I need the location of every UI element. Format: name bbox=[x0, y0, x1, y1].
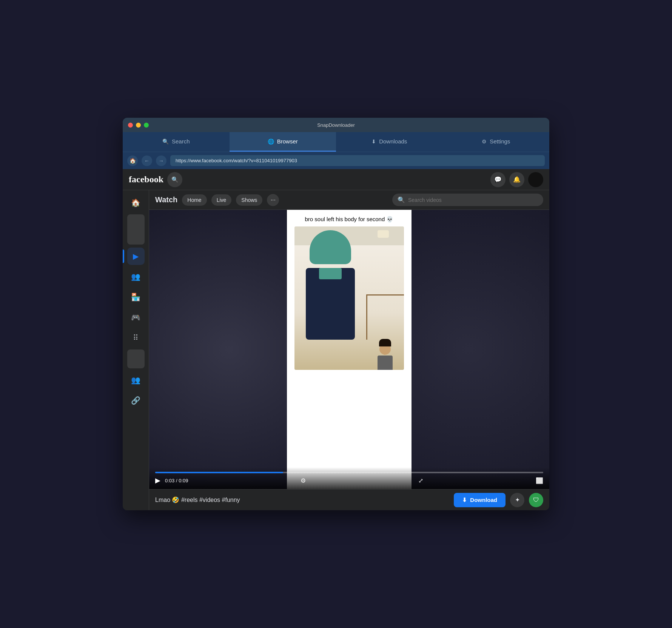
video-thumbnail bbox=[294, 226, 404, 370]
maximize-button[interactable] bbox=[144, 123, 149, 128]
sidebar-marketplace-icon[interactable]: 🏪 bbox=[127, 288, 145, 306]
child-body bbox=[378, 356, 393, 370]
minimize-button[interactable] bbox=[136, 123, 141, 128]
extension-button[interactable]: ✦ bbox=[510, 493, 524, 507]
room-light bbox=[378, 230, 389, 238]
tab-settings[interactable]: ⚙ Settings bbox=[443, 132, 550, 152]
video-title: Lmao 🤣 #reels #videos #funny bbox=[155, 496, 240, 503]
sidebar-avatar-block bbox=[127, 214, 145, 245]
settings-ctrl-button[interactable]: ⚙ bbox=[301, 477, 306, 484]
tab-browser[interactable]: 🌐 Browser bbox=[230, 132, 336, 152]
url-input[interactable] bbox=[170, 155, 545, 166]
watch-more-button[interactable]: ··· bbox=[267, 194, 279, 206]
sidebar-friends-icon[interactable]: 👥 bbox=[127, 268, 145, 285]
watch-search-icon: 🔍 bbox=[398, 196, 405, 203]
sidebar-apps-icon[interactable]: ⠿ bbox=[127, 329, 145, 346]
sidebar-link-icon[interactable]: 🔗 bbox=[127, 392, 145, 409]
controls-row: ▶ 0:03 / 0:09 ⚙ ⤢ ⬜ bbox=[155, 476, 543, 485]
time-display: 0:03 / 0:09 bbox=[165, 478, 188, 483]
watch-search-input[interactable] bbox=[408, 197, 538, 203]
fb-user-avatar[interactable] bbox=[528, 172, 543, 187]
watch-live-tab[interactable]: Live bbox=[211, 194, 232, 206]
sidebar-social-icon[interactable]: 👥 bbox=[127, 371, 145, 389]
video-card: bro soul left his body for second 💀 bbox=[287, 210, 412, 489]
progress-bar[interactable] bbox=[155, 472, 543, 473]
child-hair bbox=[379, 339, 391, 346]
search-tab-label: Search bbox=[172, 138, 190, 145]
watch-shows-tab[interactable]: Shows bbox=[236, 194, 262, 206]
sidebar-lower-block bbox=[127, 349, 145, 368]
browser-tab-icon: 🌐 bbox=[268, 139, 274, 145]
watch-search-container: 🔍 bbox=[392, 194, 543, 206]
shield-button[interactable]: 🛡 bbox=[529, 493, 543, 507]
fullscreen-button[interactable]: ⤢ bbox=[418, 477, 423, 484]
fb-messenger-button[interactable]: 💬 bbox=[490, 172, 506, 187]
time-current: 0:03 bbox=[165, 478, 174, 483]
back-button[interactable]: ← bbox=[142, 155, 152, 166]
titlebar: SnapDownloader bbox=[123, 118, 549, 132]
stair-railing bbox=[366, 294, 404, 340]
play-button[interactable]: ▶ bbox=[155, 476, 160, 485]
sidebar-video-icon[interactable]: ▶ bbox=[127, 248, 145, 265]
close-button[interactable] bbox=[128, 123, 133, 128]
fb-search-button[interactable]: 🔍 bbox=[167, 172, 182, 187]
download-label: Download bbox=[470, 497, 497, 503]
progress-fill bbox=[155, 472, 283, 473]
sidebar-gaming-icon[interactable]: 🎮 bbox=[127, 309, 145, 326]
video-controls: ▶ 0:03 / 0:09 ⚙ ⤢ ⬜ bbox=[149, 467, 549, 489]
forward-button[interactable]: → bbox=[156, 155, 166, 166]
tab-search[interactable]: 🔍 Search bbox=[123, 132, 230, 152]
addressbar: 🏠 ← → bbox=[123, 152, 549, 169]
fb-notifications-button[interactable]: 🔔 bbox=[509, 172, 524, 187]
theater-button[interactable]: ⬜ bbox=[536, 477, 543, 484]
watch-title: Watch bbox=[155, 195, 177, 204]
fb-header-actions: 💬 🔔 bbox=[490, 172, 543, 187]
download-icon: ⬇ bbox=[462, 497, 467, 503]
sidebar-home-icon[interactable]: 🏠 bbox=[127, 194, 145, 211]
app-title: SnapDownloader bbox=[317, 122, 355, 128]
browser-tab-label: Browser bbox=[277, 138, 298, 145]
video-caption: bro soul left his body for second 💀 bbox=[287, 210, 412, 226]
search-tab-icon: 🔍 bbox=[162, 139, 169, 145]
download-button[interactable]: ⬇ Download bbox=[454, 493, 506, 507]
child-figure bbox=[374, 336, 396, 366]
settings-tab-icon: ⚙ bbox=[482, 139, 487, 145]
tab-downloads[interactable]: ⬇ Downloads bbox=[336, 132, 443, 152]
facebook-logo: facebook bbox=[129, 174, 163, 185]
settings-tab-label: Settings bbox=[490, 138, 510, 145]
app-window: SnapDownloader 🔍 Search 🌐 Browser ⬇ Down… bbox=[123, 118, 549, 510]
browser-content: facebook 🔍 💬 🔔 🏠 ▶ 👥 🏪 🎮 ⠿ bbox=[123, 169, 549, 510]
downloads-tab-label: Downloads bbox=[379, 138, 407, 145]
facebook-main: 🏠 ▶ 👥 🏪 🎮 ⠿ 👥 🔗 Watch Home bbox=[123, 190, 549, 510]
downloads-tab-icon: ⬇ bbox=[371, 139, 376, 145]
facebook-sidebar: 🏠 ▶ 👥 🏪 🎮 ⠿ 👥 🔗 bbox=[123, 190, 149, 510]
home-button[interactable]: 🏠 bbox=[127, 155, 138, 166]
time-total: 0:09 bbox=[179, 478, 188, 483]
facebook-header: facebook 🔍 💬 🔔 bbox=[123, 169, 549, 190]
bottom-bar: Lmao 🤣 #reels #videos #funny ⬇ Download … bbox=[149, 489, 549, 510]
window-controls bbox=[128, 123, 149, 128]
video-area: bro soul left his body for second 💀 bbox=[149, 210, 549, 489]
watch-content: Watch Home Live Shows ··· 🔍 bro soul l bbox=[149, 190, 549, 510]
watch-bar: Watch Home Live Shows ··· 🔍 bbox=[149, 190, 549, 210]
watch-home-tab[interactable]: Home bbox=[182, 194, 207, 206]
tabbar: 🔍 Search 🌐 Browser ⬇ Downloads ⚙ Setting… bbox=[123, 132, 549, 152]
